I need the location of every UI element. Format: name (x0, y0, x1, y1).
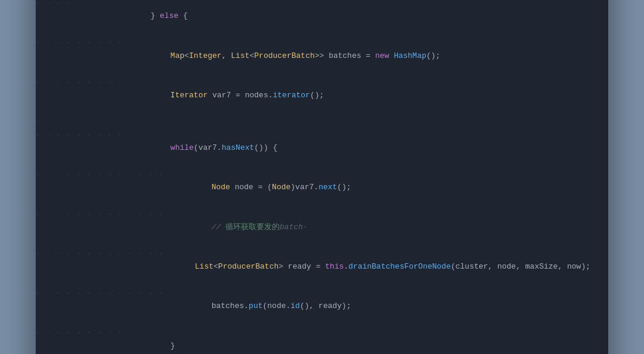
code-line-6: · · · · · · · · · Iterator var7 = nodes.… (36, 76, 608, 115)
code-window: public Map<Integer, List<ProducerBatch>>… (36, 0, 608, 354)
code-line-8: · · · · · · · · · while(var7.hasNext()) … (36, 128, 608, 168)
code-line-13: · · · · · · · · · } (36, 326, 608, 354)
code-line-4: · · · · } else { (36, 0, 608, 36)
code-line-5: · · · · · · · · · Map<Integer, List<Prod… (36, 36, 608, 75)
code-line-9: · · · · · · · · · · · · · Node node = (N… (36, 168, 608, 207)
code-line-12: · · · · · · · · · · · · · batches.put(no… (36, 287, 608, 326)
code-editor: public Map<Integer, List<ProducerBatch>>… (36, 0, 608, 354)
code-line-10: · · · · · · · · · · · · · // 循环获取要发的batc… (36, 208, 608, 247)
code-line-11: · · · · · · · · · · · · · List<ProducerB… (36, 247, 608, 287)
code-line-7-empty: · (36, 115, 608, 128)
